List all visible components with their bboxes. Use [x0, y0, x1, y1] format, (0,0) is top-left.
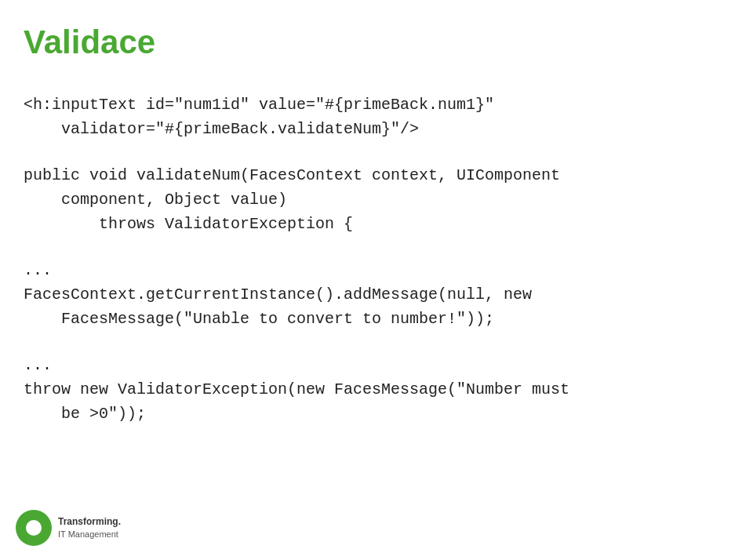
page-container: Validace <h:inputText id="num1id" value=… [0, 0, 753, 479]
code-line-1-1: <h:inputText id="num1id" value="#{primeB… [24, 93, 722, 117]
code-line-3-2: FacesContext.getCurrentInstance().addMes… [24, 282, 722, 307]
page-title: Validace [24, 24, 722, 61]
logo-line2: IT Management [58, 529, 121, 540]
code-line-2-3: throws ValidatorException { [24, 212, 722, 236]
code-block: <h:inputText id="num1id" value="#{primeB… [24, 93, 722, 426]
code-line-4-2: throw new ValidatorException(new FacesMe… [24, 377, 722, 402]
code-line-2-1: public void validateNum(FacesContext con… [24, 163, 722, 187]
code-line-4-1: ... [24, 353, 722, 377]
code-section-1: <h:inputText id="num1id" value="#{primeB… [24, 93, 722, 141]
code-line-3-3: FacesMessage("Unable to convert to numbe… [24, 307, 722, 331]
logo-text: Transforming. IT Management [58, 516, 121, 540]
code-line-1-2: validator="#{primeBack.validateNum}"/> [24, 117, 722, 141]
code-section-3: ... FacesContext.getCurrentInstance().ad… [24, 258, 722, 331]
logo-area: Transforming. IT Management [16, 510, 121, 546]
code-section-2: public void validateNum(FacesContext con… [24, 163, 722, 236]
code-line-3-1: ... [24, 258, 722, 282]
code-line-4-3: be >0")); [24, 402, 722, 426]
code-section-4: ... throw new ValidatorException(new Fac… [24, 353, 722, 426]
logo-icon [16, 510, 52, 546]
logo-line1: Transforming. [58, 516, 121, 529]
code-line-2-2: component, Object value) [24, 187, 722, 212]
logo-circle-inner [26, 520, 42, 536]
